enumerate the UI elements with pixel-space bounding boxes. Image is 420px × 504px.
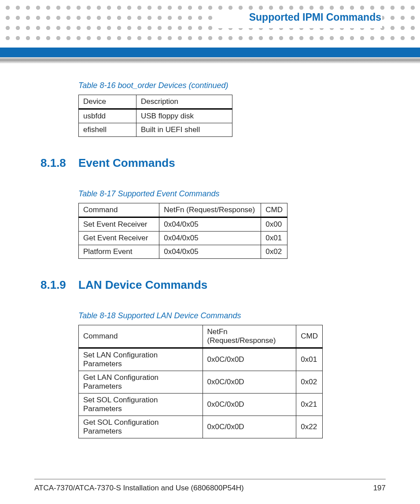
table-row: Command NetFn (Request/Response) CMD (79, 325, 323, 348)
section-title: Event Commands (78, 156, 175, 169)
cell: Get SOL Configuration Parameters (79, 416, 203, 438)
cell: 0x21 (296, 394, 323, 416)
cell: Set Event Receiver (79, 217, 159, 232)
cell: Platform Event (79, 245, 159, 259)
col-header-command: Command (79, 203, 159, 217)
table-row: usbfdd USB floppy disk (79, 109, 232, 123)
table-row: Device Description (79, 95, 232, 109)
cell: Get LAN Configuration Parameters (79, 371, 203, 394)
cell: 0x0C/0x0D (203, 394, 296, 416)
col-header-command: Command (79, 325, 203, 348)
page-content: Table 8-16 boot_order Devices (continued… (41, 77, 379, 438)
page-footer: ATCA-7370/ATCA-7370-S Installation and U… (34, 484, 386, 493)
section-title: LAN Device Commands (78, 278, 207, 291)
table-8-18: Command NetFn (Request/Response) CMD Set… (78, 325, 323, 438)
cell: 0x0C/0x0D (203, 416, 296, 438)
cell: Set LAN Configuration Parameters (79, 348, 203, 371)
header-blue-bar (0, 48, 420, 57)
table-row: Get LAN Configuration Parameters 0x0C/0x… (79, 371, 323, 394)
cell: 0x22 (296, 416, 323, 438)
col-header-netfn: NetFn (Request/Response) (159, 203, 261, 217)
table-row: Set LAN Configuration Parameters 0x0C/0x… (79, 348, 323, 371)
footer-doc-title: ATCA-7370/ATCA-7370-S Installation and U… (34, 484, 244, 493)
table-row: Set Event Receiver 0x04/0x05 0x00 (79, 217, 287, 232)
table-row: Get Event Receiver 0x04/0x05 0x01 (79, 232, 287, 245)
table-8-17: Command NetFn (Request/Response) CMD Set… (78, 203, 287, 259)
col-header-cmd: CMD (296, 325, 323, 348)
cell: Set SOL Configuration Parameters (79, 394, 203, 416)
section-number: 8.1.9 (41, 278, 78, 292)
col-header-cmd: CMD (261, 203, 287, 217)
cell: 0x00 (261, 217, 287, 232)
cell: USB floppy disk (136, 109, 232, 123)
col-header-description: Description (136, 95, 232, 109)
cell: efishell (79, 123, 136, 137)
table-row: Platform Event 0x04/0x05 0x02 (79, 245, 287, 259)
cell: 0x01 (296, 348, 323, 371)
table-8-17-caption: Table 8-17 Supported Event Commands (78, 189, 379, 199)
col-header-netfn: NetFn (Request/Response) (203, 325, 296, 348)
cell: Built in UEFI shell (136, 123, 232, 137)
table-8-16-caption: Table 8-16 boot_order Devices (continued… (78, 81, 379, 90)
section-heading-8-1-8: 8.1.8Event Commands (41, 156, 379, 170)
cell: 0x02 (296, 371, 323, 394)
chapter-title: Supported IPMI Commands (249, 11, 381, 23)
cell: 0x0C/0x0D (203, 348, 296, 371)
cell: 0x04/0x05 (159, 217, 261, 232)
table-row: Get SOL Configuration Parameters 0x0C/0x… (79, 416, 323, 438)
col-header-device: Device (79, 95, 136, 109)
cell: usbfdd (79, 109, 136, 123)
cell: 0x04/0x05 (159, 232, 261, 245)
cell: Get Event Receiver (79, 232, 159, 245)
cell: 0x02 (261, 245, 287, 259)
section-heading-8-1-9: 8.1.9LAN Device Commands (41, 278, 379, 292)
section-number: 8.1.8 (41, 156, 78, 170)
cell: 0x04/0x05 (159, 245, 261, 259)
footer-page-number: 197 (373, 484, 386, 493)
table-row: Set SOL Configuration Parameters 0x0C/0x… (79, 394, 323, 416)
table-8-16: Device Description usbfdd USB floppy dis… (78, 95, 232, 137)
table-row: efishell Built in UEFI shell (79, 123, 232, 137)
cell: 0x01 (261, 232, 287, 245)
table-row: Command NetFn (Request/Response) CMD (79, 203, 287, 217)
table-8-18-caption: Table 8-18 Supported LAN Device Commands (78, 311, 379, 320)
footer-rule (34, 479, 386, 479)
cell: 0x0C/0x0D (203, 371, 296, 394)
header-silver-bar (0, 57, 420, 63)
